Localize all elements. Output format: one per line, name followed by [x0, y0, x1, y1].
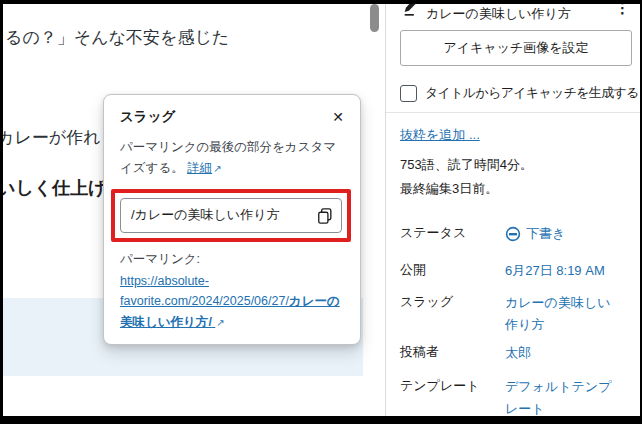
permalink-label: パーマリンク: [120, 251, 344, 268]
slug-input[interactable] [120, 198, 342, 233]
author-value[interactable]: 太郎 [505, 342, 617, 364]
permalink-link[interactable]: https://absolute-favorite.com/2024/2025/… [120, 271, 344, 333]
add-excerpt-link[interactable]: 抜粋を追加 ... [400, 126, 480, 144]
external-link-icon: ↗ [213, 160, 221, 177]
post-title: カレーの美味しい作り方 [426, 5, 571, 23]
screenshot-frame: るの？」そんな不安を感じた カレーが作れ いしく仕上げ スラッグ ✕ パーマリン… [0, 0, 642, 424]
status-label: ステータス [400, 223, 505, 242]
popover-description: パーマリンクの最後の部分をカスタマイズする。 詳細↗ [120, 137, 344, 180]
meta-row-slug: スラッグ カレーの美味しい作り方 [400, 292, 632, 336]
app-window: るの？」そんな不安を感じた カレーが作れ いしく仕上げ スラッグ ✕ パーマリン… [3, 4, 640, 416]
settings-sidebar: カレーの美味しい作り方 ⋮ アイキャッチ画像を設定 タイトルからアイキャッチを生… [386, 4, 640, 416]
word-count-text: 753語、読了時間4分。 [400, 156, 533, 174]
last-edited-text: 最終編集3日前。 [400, 180, 498, 198]
set-featured-image-button[interactable]: アイキャッチ画像を設定 [400, 30, 632, 66]
slug-popover: スラッグ ✕ パーマリンクの最後の部分をカスタマイズする。 詳細↗ パーマ [103, 94, 361, 345]
slug-value[interactable]: カレーの美味しい作り方 [505, 292, 617, 336]
permalink-url-part1: https://absolute- [120, 271, 344, 292]
meta-row-template: テンプレート デフォルトテンプレート [400, 376, 632, 416]
generate-featured-label: タイトルからアイキャッチを生成する [425, 84, 639, 102]
template-value[interactable]: デフォルトテンプレート [505, 376, 617, 416]
editor-text-line: るの？」そんな不安を感じた [5, 26, 229, 49]
generate-featured-row: タイトルからアイキャッチを生成する [400, 84, 639, 102]
slug-label: スラッグ [400, 292, 505, 311]
generate-featured-checkbox[interactable] [400, 85, 417, 102]
external-link-icon: ↗ [216, 315, 224, 332]
annotation-red-box [111, 189, 351, 242]
editor-scrollbar-thumb[interactable] [370, 4, 379, 32]
status-value[interactable]: 下書き [505, 223, 617, 245]
editor-text-line: カレーが作れ [3, 126, 101, 149]
author-label: 投稿者 [400, 342, 505, 361]
close-icon[interactable]: ✕ [332, 110, 344, 124]
publish-value[interactable]: 6月27日 8:19 AM [505, 260, 617, 282]
meta-row-author: 投稿者 太郎 [400, 342, 632, 364]
copy-icon[interactable] [315, 206, 335, 226]
panel-divider [386, 112, 640, 113]
editor-text-line-bold: いしく仕上げ [3, 176, 107, 200]
description-text: パーマリンクの最後の部分をカスタマイズする。 [120, 140, 336, 175]
kebab-menu-icon[interactable]: ⋮ [615, 4, 630, 17]
meta-row-publish: 公開 6月27日 8:19 AM [400, 260, 632, 282]
pencil-icon [402, 4, 419, 23]
permalink-url-part2: favorite.com/2024/2025/06/27/ [120, 294, 289, 308]
details-link[interactable]: 詳細 [187, 161, 212, 175]
popover-title: スラッグ [120, 108, 175, 126]
meta-row-status: ステータス 下書き [400, 223, 632, 245]
draft-status-icon [505, 226, 521, 242]
publish-label: 公開 [400, 260, 505, 279]
template-label: テンプレート [400, 376, 505, 395]
